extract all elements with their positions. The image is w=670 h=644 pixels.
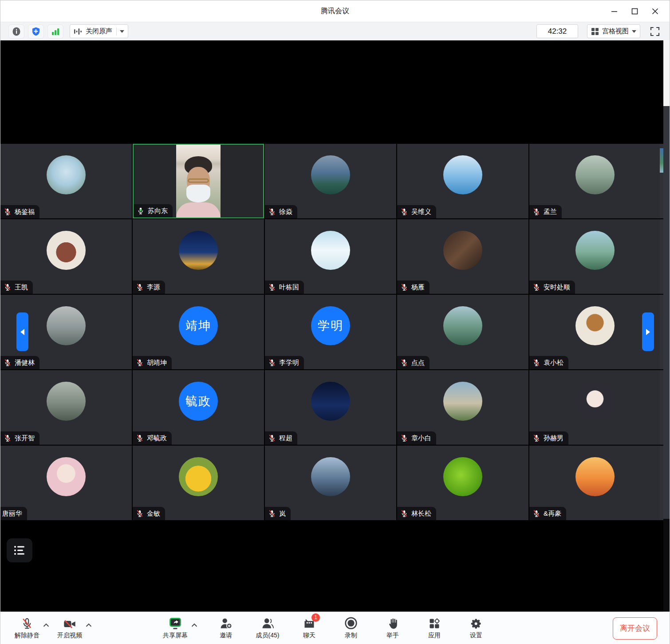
members-label: 成员(45) [256,632,280,640]
participant-tile[interactable]: 唐丽华 [0,446,132,520]
participant-tile[interactable]: 靖坤 [133,295,264,369]
name-tag: 张开智 [0,431,39,445]
chevron-down-icon[interactable] [120,30,124,33]
chat-button[interactable]: 1 聊天 [296,617,323,640]
chevron-up-icon[interactable] [86,623,92,627]
name-tag: 孟兰 [529,205,562,218]
name-tag: 苏向东 [134,204,173,217]
leave-meeting-button[interactable]: 离开会议 [613,617,657,640]
mic-muted-icon [400,359,408,367]
next-page-button[interactable] [642,312,654,351]
signal-icon [51,27,60,36]
maximize-button[interactable] [624,2,645,20]
record-button[interactable]: 录制 [338,617,364,640]
list-icon [13,544,26,557]
avatar [311,155,350,194]
mic-muted-icon [532,510,540,518]
name-tag: 唐丽华 [0,507,27,520]
bottom-toolbar: 解除静音 开启视频 [0,612,670,644]
security-button[interactable] [28,24,44,39]
participant-tile[interactable]: 毓政 [133,370,264,445]
avatar [47,306,86,345]
name-tag: 林长松 [397,507,436,520]
mic-muted-icon [268,359,276,367]
raise-hand-button[interactable]: 举手 [379,617,406,640]
unmute-label: 解除静音 [15,632,39,640]
scrollbar[interactable] [663,40,670,612]
share-screen-button[interactable]: 共享屏幕 [162,617,189,640]
participant-tile[interactable]: &再豪 [529,446,661,520]
mic-muted-icon [532,208,540,216]
scrollbar-thumb[interactable] [663,106,670,519]
name-tag: 胡靖坤 [133,356,172,369]
start-video-label: 开启视频 [57,632,82,640]
prev-page-button[interactable] [16,312,28,351]
participant-name: 杨雁 [411,283,425,292]
invite-label: 邀请 [220,632,232,640]
avatar [179,457,218,496]
avatar [443,231,482,270]
settings-button[interactable]: 设置 [463,617,489,640]
start-video-button[interactable]: 开启视频 [56,617,83,640]
members-button[interactable]: 成员(45) [254,617,281,640]
participant-tile[interactable]: 杨雁 [397,219,528,294]
participant-tile[interactable]: 李源 [133,219,264,294]
participant-name: 程超 [279,434,292,443]
fullscreen-button[interactable] [647,24,662,39]
participant-tile[interactable]: 点点 [397,295,528,369]
participant-name: 孙赫男 [544,434,564,443]
mic-muted-icon [268,208,276,216]
name-tag: 李学明 [265,356,304,369]
participant-tile[interactable]: 金敏 [133,446,264,520]
mic-muted-icon [4,283,12,291]
name-tag: 杨鉴福 [0,205,39,218]
avatar [311,382,350,421]
participant-tile[interactable]: 章小白 [397,370,528,445]
view-switch-button[interactable]: 宫格视图 [587,24,640,38]
apps-icon [428,617,441,630]
participant-tile[interactable]: 岚 [265,446,396,520]
chevron-down-icon[interactable] [632,30,636,33]
participant-grid: 杨鉴福 [0,144,661,520]
network-button[interactable] [47,24,63,39]
apps-label: 应用 [428,632,441,640]
unmute-button[interactable]: 解除静音 [14,617,40,640]
info-icon [12,27,21,36]
participant-tile[interactable]: 孙赫男 [529,370,661,445]
name-tag: 袁小松 [529,356,568,369]
name-tag: 点点 [397,356,430,369]
participant-tile[interactable]: 吴维义 [397,144,528,218]
name-tag: 邓毓政 [133,431,172,445]
avatar [47,155,86,194]
participant-tile[interactable]: 孟兰 [529,144,661,218]
participant-name: 李学明 [279,359,299,367]
chevron-up-icon[interactable] [191,623,197,627]
participant-list-toggle[interactable] [7,538,32,562]
participant-tile[interactable]: 程超 [265,370,396,445]
participant-tile[interactable]: 叶栋国 [265,219,396,294]
participant-name: 章小白 [411,434,431,443]
participant-tile[interactable]: 杨鉴福 [0,144,132,218]
close-button[interactable] [645,2,665,20]
participant-tile[interactable]: 学明 [265,295,396,369]
video-stage: 杨鉴福 [0,40,670,612]
meeting-info-button[interactable] [8,24,24,39]
participant-tile[interactable]: 张开智 [0,370,132,445]
mic-muted-icon [268,434,276,442]
participant-tile[interactable]: 苏向东 [133,144,264,218]
participant-tile[interactable]: 林长松 [397,446,528,520]
chat-badge: 1 [311,613,320,622]
invite-button[interactable]: 邀请 [213,617,239,640]
name-tag: 安时处顺 [529,281,575,294]
origin-sound-button[interactable]: 关闭原声 [70,24,128,38]
participant-tile[interactable]: 袁小松 [529,295,661,369]
minimize-button[interactable] [604,2,624,20]
mic-muted-icon [532,434,540,442]
chevron-up-icon[interactable] [43,623,49,627]
apps-button[interactable]: 应用 [421,617,448,640]
participant-tile[interactable]: 王凯 [0,219,132,294]
record-icon [344,616,358,630]
participant-tile[interactable]: 徐焱 [265,144,396,218]
participant-tile[interactable]: 安时处顺 [529,219,661,294]
participant-name: 岚 [279,510,286,518]
